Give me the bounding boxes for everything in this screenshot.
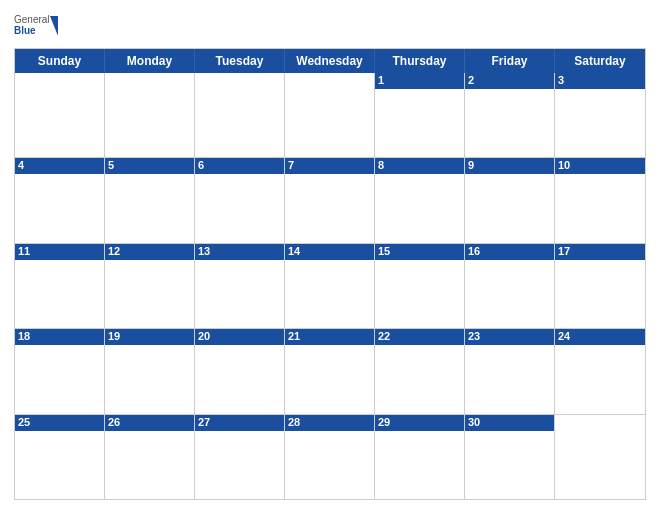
calendar-week-1: 123 (15, 73, 645, 158)
calendar-cell: 10 (555, 158, 645, 242)
calendar-cell: 4 (15, 158, 105, 242)
page-header: General Blue (14, 12, 646, 40)
calendar-cell: 28 (285, 415, 375, 499)
date-number: 25 (15, 415, 104, 431)
calendar-cell: 11 (15, 244, 105, 328)
date-number: 6 (195, 158, 284, 174)
calendar-cell: 18 (15, 329, 105, 413)
calendar-cell: 25 (15, 415, 105, 499)
calendar-cell: 20 (195, 329, 285, 413)
calendar-cell: 14 (285, 244, 375, 328)
svg-marker-2 (50, 16, 58, 36)
date-number: 15 (375, 244, 464, 260)
calendar-cell: 30 (465, 415, 555, 499)
calendar-cell: 3 (555, 73, 645, 157)
date-number: 7 (285, 158, 374, 174)
date-number: 24 (555, 329, 645, 345)
calendar-cell: 6 (195, 158, 285, 242)
calendar-cell: 19 (105, 329, 195, 413)
date-number: 11 (15, 244, 104, 260)
calendar-week-2: 45678910 (15, 158, 645, 243)
header-sunday: Sunday (15, 49, 105, 73)
calendar-cell (195, 73, 285, 157)
calendar-cell: 12 (105, 244, 195, 328)
calendar-cell: 2 (465, 73, 555, 157)
calendar-week-3: 11121314151617 (15, 244, 645, 329)
date-number: 1 (375, 73, 464, 89)
date-number: 13 (195, 244, 284, 260)
calendar-cell: 17 (555, 244, 645, 328)
date-number: 18 (15, 329, 104, 345)
date-number: 16 (465, 244, 554, 260)
date-number (15, 73, 104, 89)
date-number (285, 73, 374, 89)
header-tuesday: Tuesday (195, 49, 285, 73)
calendar-cell: 22 (375, 329, 465, 413)
calendar-cell: 9 (465, 158, 555, 242)
date-number (105, 73, 194, 89)
date-number: 28 (285, 415, 374, 431)
svg-text:Blue: Blue (14, 25, 36, 36)
calendar-cell: 24 (555, 329, 645, 413)
date-number: 2 (465, 73, 554, 89)
date-number: 17 (555, 244, 645, 260)
calendar-cell: 7 (285, 158, 375, 242)
calendar-cell (105, 73, 195, 157)
logo: General Blue (14, 12, 58, 40)
calendar-cell: 21 (285, 329, 375, 413)
date-number: 9 (465, 158, 554, 174)
date-number: 29 (375, 415, 464, 431)
date-number: 12 (105, 244, 194, 260)
date-number: 22 (375, 329, 464, 345)
header-wednesday: Wednesday (285, 49, 375, 73)
date-number: 14 (285, 244, 374, 260)
calendar-body: 1234567891011121314151617181920212223242… (15, 73, 645, 499)
calendar-grid: Sunday Monday Tuesday Wednesday Thursday… (14, 48, 646, 500)
date-number: 10 (555, 158, 645, 174)
calendar-cell: 13 (195, 244, 285, 328)
calendar-cell: 15 (375, 244, 465, 328)
date-number: 27 (195, 415, 284, 431)
calendar-cell: 5 (105, 158, 195, 242)
date-number: 5 (105, 158, 194, 174)
date-number: 20 (195, 329, 284, 345)
logo-icon: General Blue (14, 12, 58, 40)
calendar-cell: 1 (375, 73, 465, 157)
calendar-cell: 23 (465, 329, 555, 413)
date-number: 30 (465, 415, 554, 431)
header-friday: Friday (465, 49, 555, 73)
svg-text:General: General (14, 14, 50, 25)
calendar-cell: 16 (465, 244, 555, 328)
calendar-cell: 26 (105, 415, 195, 499)
date-number: 3 (555, 73, 645, 89)
calendar-cell (555, 415, 645, 499)
date-number (555, 415, 645, 431)
calendar-cell: 8 (375, 158, 465, 242)
calendar-header-row: Sunday Monday Tuesday Wednesday Thursday… (15, 49, 645, 73)
header-saturday: Saturday (555, 49, 645, 73)
date-number: 21 (285, 329, 374, 345)
date-number: 8 (375, 158, 464, 174)
date-number (195, 73, 284, 89)
calendar-week-4: 18192021222324 (15, 329, 645, 414)
date-number: 19 (105, 329, 194, 345)
header-monday: Monday (105, 49, 195, 73)
calendar-week-5: 252627282930 (15, 415, 645, 499)
calendar-cell: 27 (195, 415, 285, 499)
calendar-cell (285, 73, 375, 157)
calendar-cell (15, 73, 105, 157)
calendar-cell: 29 (375, 415, 465, 499)
date-number: 23 (465, 329, 554, 345)
header-thursday: Thursday (375, 49, 465, 73)
calendar-page: General Blue Sunday Monday Tuesday Wedne… (0, 0, 660, 510)
date-number: 4 (15, 158, 104, 174)
date-number: 26 (105, 415, 194, 431)
